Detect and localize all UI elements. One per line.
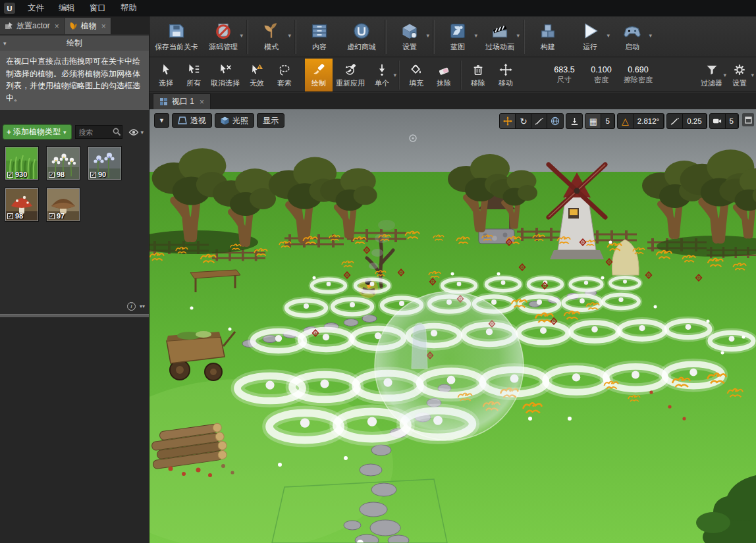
filters-button[interactable]: 过滤器 ▾ — [697, 59, 726, 91]
foliage-checkbox[interactable]: ✓ — [49, 213, 55, 219]
tab-foliage[interactable]: 植物 × — [65, 18, 111, 34]
view-options-button[interactable]: ▾ — [126, 125, 146, 140]
tool-deselect[interactable]: 取消选择 — [207, 59, 243, 91]
camera-speed-button[interactable] — [710, 114, 726, 128]
tool-reapply[interactable]: 重新应用 — [333, 59, 368, 91]
erase-density-field[interactable]: 0.690 擦除密度 — [620, 59, 657, 91]
lit-label: 光照 — [232, 115, 248, 126]
foliage-type-brown-mushroom[interactable]: ✓ 97 — [47, 188, 80, 221]
menu-file[interactable]: 文件 — [20, 0, 51, 16]
tool-erase[interactable]: 抹除 — [430, 59, 458, 91]
tool-label: 移除 — [471, 78, 485, 88]
button-label: 运行 — [583, 42, 597, 52]
grid-snap-button[interactable]: ▦ — [585, 114, 601, 128]
close-icon[interactable]: × — [101, 22, 106, 31]
main-area: 保存当前关卡 源码管理 ▾ 模式 ▾ — [149, 16, 756, 543]
perspective-button[interactable]: 透视 — [172, 113, 212, 128]
brush-size-field[interactable]: 683.5 尺寸 — [546, 59, 583, 91]
plus-icon: + — [7, 128, 11, 137]
paint-section-header[interactable]: ▾ 绘制 — [0, 36, 149, 51]
tool-settings-button[interactable]: 设置 ▾ — [726, 59, 753, 91]
main-toolbar: 保存当前关卡 源码管理 ▾ 模式 ▾ — [149, 16, 756, 57]
menu-edit[interactable]: 编辑 — [51, 0, 82, 16]
tool-select[interactable]: 选择 — [152, 59, 180, 91]
foliage-checkbox[interactable]: ✓ — [7, 172, 13, 178]
camera-speed-value[interactable]: 5 — [726, 114, 738, 128]
settings-cube-icon — [400, 21, 419, 41]
tool-remove[interactable]: 移除 — [464, 59, 492, 91]
lit-window — [570, 209, 578, 215]
menu-window[interactable]: 窗口 — [82, 0, 113, 16]
info-icon[interactable]: i — [127, 302, 136, 311]
marketplace-button[interactable]: 虚幻商城 — [340, 18, 383, 56]
tool-label: 填充 — [409, 78, 423, 88]
scale-snap-value[interactable]: 0.25 — [683, 114, 706, 128]
close-icon[interactable]: × — [200, 97, 204, 107]
surface-snap-button[interactable] — [566, 114, 582, 128]
paint-density-field[interactable]: 0.100 密度 — [583, 59, 620, 91]
foliage-type-red-mushroom[interactable]: ✓ 98 — [5, 188, 38, 221]
translate-tool-button[interactable] — [500, 114, 516, 128]
play-button[interactable]: 运行 ▾ — [569, 18, 611, 56]
content-icon — [310, 21, 329, 41]
viewport-scene[interactable] — [149, 109, 756, 543]
scale-icon — [535, 117, 543, 126]
tool-lasso[interactable]: 套索 — [271, 59, 298, 91]
rotate-tool-button[interactable]: ↻ — [516, 114, 531, 128]
foliage-checkbox[interactable]: ✓ — [90, 172, 96, 178]
build-button[interactable]: 构建 — [527, 18, 569, 56]
scale-snap-button[interactable] — [667, 114, 683, 128]
viewport-toolbar-right: ↻ — [499, 113, 739, 129]
tab-place-actor[interactable]: 放置actor × — [0, 18, 65, 34]
source-control-button[interactable]: 源码管理 ▾ — [202, 18, 244, 56]
menu-help[interactable]: 帮助 — [113, 0, 144, 16]
tool-select-all[interactable]: 所有 — [180, 59, 207, 91]
blueprints-button[interactable]: 蓝图 ▾ — [437, 18, 479, 56]
play-icon — [581, 21, 599, 41]
viewport-tab[interactable]: 视口 1 × — [153, 93, 211, 109]
save-level-button[interactable]: 保存当前关卡 — [151, 18, 202, 56]
foliage-brush-sphere — [375, 292, 524, 440]
tab-label: 植物 — [81, 20, 97, 32]
menu-bar: U 文件 编辑 窗口 帮助 — [0, 0, 756, 16]
rotation-snap-button[interactable]: △ — [618, 114, 634, 128]
viewport-options-button[interactable]: ▼ — [154, 113, 169, 128]
brush-size-label: 尺寸 — [557, 75, 572, 85]
modes-button[interactable]: 模式 ▾ — [250, 18, 292, 56]
close-icon[interactable]: × — [55, 22, 59, 31]
chevron-down-icon: ▾ — [288, 32, 291, 39]
instance-count: 98 — [15, 212, 23, 220]
search-icon — [112, 127, 121, 136]
show-button[interactable]: 显示 — [257, 113, 284, 128]
save-icon — [167, 21, 186, 41]
tool-label: 无效 — [250, 78, 264, 88]
world-space-button[interactable] — [547, 114, 563, 128]
expander-icon[interactable]: ▾ — [3, 40, 7, 47]
chevron-down-icon: ▾ — [140, 129, 144, 136]
panel-empty-area — [0, 317, 149, 543]
content-browser-button[interactable]: 内容 — [298, 18, 340, 56]
button-label: 模式 — [264, 42, 279, 52]
cinematics-button[interactable]: 过场动画 ▾ — [479, 18, 521, 56]
tool-paint[interactable]: 绘制 — [305, 59, 333, 91]
launch-button[interactable]: 启动 ▾ — [611, 18, 653, 56]
foliage-type-grass[interactable]: ✓ 930 — [5, 147, 38, 180]
foliage-checkbox[interactable]: ✓ — [7, 213, 13, 219]
foliage-type-blue-flower[interactable]: ✓ 90 — [88, 147, 121, 180]
lit-mode-button[interactable]: 光照 — [215, 113, 254, 128]
foliage-type-white-flower[interactable]: ✓ 98 — [47, 147, 80, 180]
chevron-down-icon: ▾ — [240, 32, 243, 39]
tool-single[interactable]: 单个 ▾ — [368, 59, 396, 91]
tool-move[interactable]: 移动 — [492, 59, 520, 91]
tool-invalid[interactable]: 无效 — [243, 59, 271, 91]
add-foliage-type-button[interactable]: + 添加植物类型 ▾ — [3, 124, 72, 140]
tool-fill[interactable]: 填充 — [402, 59, 430, 91]
settings-button[interactable]: 设置 ▾ — [389, 18, 431, 56]
foliage-checkbox[interactable]: ✓ — [49, 172, 55, 178]
scale-tool-button[interactable] — [531, 114, 547, 128]
viewport[interactable]: ▼ 透视 光照 显示 — [149, 109, 756, 543]
rotation-snap-value[interactable]: 2.812° — [634, 114, 664, 128]
expand-details-icon[interactable]: ▾▾ — [140, 304, 145, 309]
maximize-viewport-button[interactable] — [742, 113, 754, 126]
grid-snap-value[interactable]: 5 — [601, 114, 614, 128]
